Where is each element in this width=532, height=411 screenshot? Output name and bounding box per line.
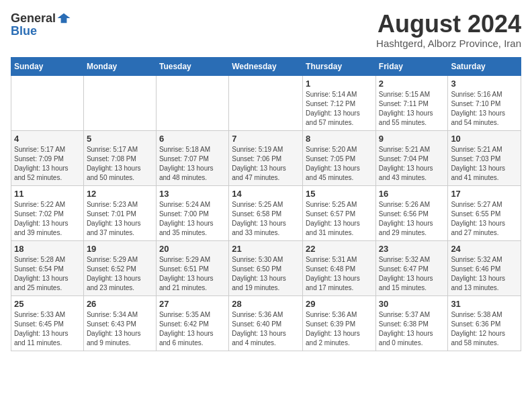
svg-marker-0	[58, 13, 71, 24]
calendar-cell: 24Sunrise: 5:32 AM Sunset: 6:46 PM Dayli…	[448, 240, 521, 295]
calendar-week-1: 1Sunrise: 5:14 AM Sunset: 7:12 PM Daylig…	[11, 75, 521, 130]
weekday-header-row: Sunday Monday Tuesday Wednesday Thursday…	[11, 57, 521, 75]
day-number: 5	[87, 134, 153, 144]
calendar-cell: 5Sunrise: 5:17 AM Sunset: 7:08 PM Daylig…	[83, 130, 156, 185]
day-number: 25	[14, 299, 81, 309]
day-number: 8	[306, 134, 373, 144]
day-info: Sunrise: 5:27 AM Sunset: 6:55 PM Dayligh…	[451, 200, 518, 238]
header-saturday: Saturday	[448, 57, 521, 75]
day-number: 22	[306, 244, 373, 254]
day-info: Sunrise: 5:31 AM Sunset: 6:48 PM Dayligh…	[306, 255, 373, 293]
day-info: Sunrise: 5:26 AM Sunset: 6:56 PM Dayligh…	[379, 200, 445, 238]
day-info: Sunrise: 5:23 AM Sunset: 7:01 PM Dayligh…	[87, 200, 153, 238]
day-number: 7	[232, 134, 300, 144]
calendar-cell: 11Sunrise: 5:22 AM Sunset: 7:02 PM Dayli…	[11, 185, 84, 240]
calendar-cell: 16Sunrise: 5:26 AM Sunset: 6:56 PM Dayli…	[375, 185, 448, 240]
day-info: Sunrise: 5:18 AM Sunset: 7:07 PM Dayligh…	[159, 145, 226, 183]
logo-general-text: General	[11, 11, 56, 26]
calendar-cell	[83, 75, 156, 130]
calendar-week-2: 4Sunrise: 5:17 AM Sunset: 7:09 PM Daylig…	[11, 130, 521, 185]
day-number: 1	[306, 79, 373, 89]
day-number: 31	[451, 299, 518, 309]
day-number: 16	[379, 189, 445, 199]
calendar-cell: 10Sunrise: 5:21 AM Sunset: 7:03 PM Dayli…	[448, 130, 521, 185]
calendar-cell: 28Sunrise: 5:36 AM Sunset: 6:40 PM Dayli…	[229, 295, 303, 351]
day-info: Sunrise: 5:32 AM Sunset: 6:47 PM Dayligh…	[379, 255, 445, 293]
calendar-week-3: 11Sunrise: 5:22 AM Sunset: 7:02 PM Dayli…	[11, 185, 521, 240]
logo: General Blue	[11, 11, 72, 38]
logo-arrow-icon	[56, 11, 71, 26]
header-wednesday: Wednesday	[229, 57, 303, 75]
calendar-week-5: 25Sunrise: 5:33 AM Sunset: 6:45 PM Dayli…	[11, 295, 521, 351]
day-info: Sunrise: 5:19 AM Sunset: 7:06 PM Dayligh…	[232, 145, 300, 183]
day-info: Sunrise: 5:35 AM Sunset: 6:42 PM Dayligh…	[159, 310, 226, 348]
month-title: August 2024	[376, 11, 521, 38]
day-number: 11	[14, 189, 81, 199]
day-info: Sunrise: 5:36 AM Sunset: 6:39 PM Dayligh…	[306, 310, 373, 348]
calendar-cell: 3Sunrise: 5:16 AM Sunset: 7:10 PM Daylig…	[448, 75, 521, 130]
day-number: 2	[379, 79, 445, 89]
day-info: Sunrise: 5:37 AM Sunset: 6:38 PM Dayligh…	[379, 310, 445, 348]
calendar-cell: 4Sunrise: 5:17 AM Sunset: 7:09 PM Daylig…	[11, 130, 84, 185]
calendar-cell: 20Sunrise: 5:29 AM Sunset: 6:51 PM Dayli…	[156, 240, 228, 295]
day-info: Sunrise: 5:36 AM Sunset: 6:40 PM Dayligh…	[232, 310, 300, 348]
calendar-cell: 30Sunrise: 5:37 AM Sunset: 6:38 PM Dayli…	[375, 295, 448, 351]
day-number: 12	[87, 189, 153, 199]
calendar-cell: 7Sunrise: 5:19 AM Sunset: 7:06 PM Daylig…	[229, 130, 303, 185]
header-friday: Friday	[375, 57, 448, 75]
calendar-cell: 14Sunrise: 5:25 AM Sunset: 6:58 PM Dayli…	[229, 185, 303, 240]
day-info: Sunrise: 5:32 AM Sunset: 6:46 PM Dayligh…	[451, 255, 518, 293]
day-number: 6	[159, 134, 226, 144]
day-info: Sunrise: 5:21 AM Sunset: 7:04 PM Dayligh…	[379, 145, 445, 183]
calendar-week-4: 18Sunrise: 5:28 AM Sunset: 6:54 PM Dayli…	[11, 240, 521, 295]
day-info: Sunrise: 5:17 AM Sunset: 7:08 PM Dayligh…	[87, 145, 153, 183]
calendar-cell: 8Sunrise: 5:20 AM Sunset: 7:05 PM Daylig…	[303, 130, 376, 185]
calendar-header: Sunday Monday Tuesday Wednesday Thursday…	[11, 57, 521, 75]
day-number: 21	[232, 244, 300, 254]
day-info: Sunrise: 5:33 AM Sunset: 6:45 PM Dayligh…	[14, 310, 81, 348]
day-info: Sunrise: 5:20 AM Sunset: 7:05 PM Dayligh…	[306, 145, 373, 183]
day-info: Sunrise: 5:28 AM Sunset: 6:54 PM Dayligh…	[14, 255, 81, 293]
day-info: Sunrise: 5:25 AM Sunset: 6:57 PM Dayligh…	[306, 200, 373, 238]
page-header: General Blue August 2024 Hashtgerd, Albo…	[11, 11, 521, 49]
day-number: 20	[159, 244, 226, 254]
calendar-cell: 17Sunrise: 5:27 AM Sunset: 6:55 PM Dayli…	[448, 185, 521, 240]
title-section: August 2024 Hashtgerd, Alborz Province, …	[376, 11, 521, 49]
calendar-cell: 26Sunrise: 5:34 AM Sunset: 6:43 PM Dayli…	[83, 295, 156, 351]
day-number: 13	[159, 189, 226, 199]
day-info: Sunrise: 5:16 AM Sunset: 7:10 PM Dayligh…	[451, 90, 518, 128]
day-info: Sunrise: 5:22 AM Sunset: 7:02 PM Dayligh…	[14, 200, 81, 238]
day-number: 10	[451, 134, 518, 144]
calendar-cell: 13Sunrise: 5:24 AM Sunset: 7:00 PM Dayli…	[156, 185, 228, 240]
header-thursday: Thursday	[303, 57, 376, 75]
calendar-cell: 6Sunrise: 5:18 AM Sunset: 7:07 PM Daylig…	[156, 130, 228, 185]
header-tuesday: Tuesday	[156, 57, 228, 75]
day-info: Sunrise: 5:25 AM Sunset: 6:58 PM Dayligh…	[232, 200, 300, 238]
day-number: 9	[379, 134, 445, 144]
calendar-table: Sunday Monday Tuesday Wednesday Thursday…	[11, 57, 521, 351]
day-number: 3	[451, 79, 518, 89]
day-number: 19	[87, 244, 153, 254]
header-sunday: Sunday	[11, 57, 84, 75]
calendar-cell: 9Sunrise: 5:21 AM Sunset: 7:04 PM Daylig…	[375, 130, 448, 185]
day-info: Sunrise: 5:38 AM Sunset: 6:36 PM Dayligh…	[451, 310, 518, 348]
calendar-cell: 27Sunrise: 5:35 AM Sunset: 6:42 PM Dayli…	[156, 295, 228, 351]
day-info: Sunrise: 5:17 AM Sunset: 7:09 PM Dayligh…	[14, 145, 81, 183]
calendar-cell: 25Sunrise: 5:33 AM Sunset: 6:45 PM Dayli…	[11, 295, 84, 351]
day-info: Sunrise: 5:21 AM Sunset: 7:03 PM Dayligh…	[451, 145, 518, 183]
calendar-cell: 2Sunrise: 5:15 AM Sunset: 7:11 PM Daylig…	[375, 75, 448, 130]
day-number: 29	[306, 299, 373, 309]
day-number: 14	[232, 189, 300, 199]
calendar-body: 1Sunrise: 5:14 AM Sunset: 7:12 PM Daylig…	[11, 75, 521, 351]
calendar-cell: 1Sunrise: 5:14 AM Sunset: 7:12 PM Daylig…	[303, 75, 376, 130]
day-info: Sunrise: 5:15 AM Sunset: 7:11 PM Dayligh…	[379, 90, 445, 128]
calendar-cell: 12Sunrise: 5:23 AM Sunset: 7:01 PM Dayli…	[83, 185, 156, 240]
day-number: 28	[232, 299, 300, 309]
day-number: 24	[451, 244, 518, 254]
day-info: Sunrise: 5:29 AM Sunset: 6:51 PM Dayligh…	[159, 255, 226, 293]
day-number: 23	[379, 244, 445, 254]
day-number: 27	[159, 299, 226, 309]
calendar-cell: 21Sunrise: 5:30 AM Sunset: 6:50 PM Dayli…	[229, 240, 303, 295]
day-number: 26	[87, 299, 153, 309]
calendar-cell: 19Sunrise: 5:29 AM Sunset: 6:52 PM Dayli…	[83, 240, 156, 295]
